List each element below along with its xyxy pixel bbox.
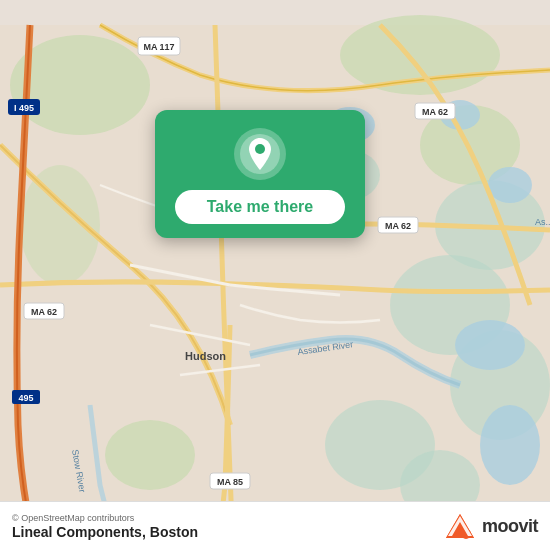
location-name: Lineal Components,	[12, 524, 146, 540]
svg-point-2	[340, 15, 500, 95]
svg-text:MA 62: MA 62	[422, 107, 448, 117]
popup-card: Take me there	[155, 110, 365, 238]
svg-text:Hudson: Hudson	[185, 350, 226, 362]
svg-point-7	[105, 420, 195, 490]
svg-text:495: 495	[18, 393, 33, 403]
svg-point-14	[488, 167, 532, 203]
city-name: Boston	[150, 524, 198, 540]
bottom-bar: © OpenStreetMap contributors Lineal Comp…	[0, 501, 550, 550]
svg-text:As...: As...	[535, 217, 550, 227]
svg-text:MA 62: MA 62	[385, 221, 411, 231]
svg-point-37	[255, 144, 265, 154]
svg-point-16	[480, 405, 540, 485]
copyright-text: © OpenStreetMap contributors	[12, 513, 198, 523]
svg-text:I 495: I 495	[14, 103, 34, 113]
take-me-there-button[interactable]: Take me there	[175, 190, 345, 224]
map-container: MA 117 I 495 MA 62 MA 62 MA 62 495 MA 85…	[0, 0, 550, 550]
moovit-brand-label: moovit	[482, 516, 538, 537]
location-line: Lineal Components, Boston	[12, 523, 198, 540]
moovit-logo: moovit	[444, 510, 538, 542]
bottom-info: © OpenStreetMap contributors Lineal Comp…	[12, 513, 198, 540]
svg-point-15	[455, 320, 525, 370]
map-background: MA 117 I 495 MA 62 MA 62 MA 62 495 MA 85…	[0, 0, 550, 550]
location-pin-icon	[234, 128, 286, 180]
moovit-icon	[444, 510, 476, 542]
svg-text:MA 85: MA 85	[217, 477, 243, 487]
svg-text:MA 62: MA 62	[31, 307, 57, 317]
svg-text:MA 117: MA 117	[143, 42, 174, 52]
